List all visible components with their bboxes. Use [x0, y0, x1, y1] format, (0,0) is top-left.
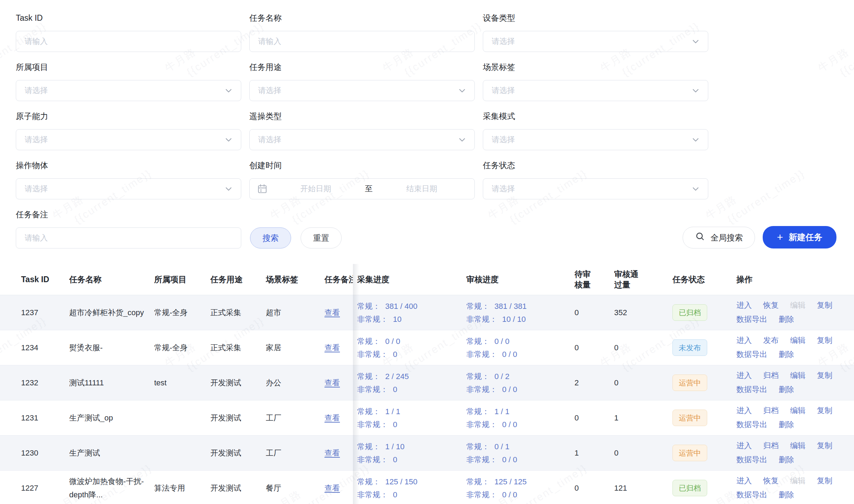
action-enter[interactable]: 进入 — [736, 371, 752, 380]
action-enter[interactable]: 进入 — [736, 441, 752, 450]
project-select[interactable]: 请选择 — [16, 80, 241, 101]
filter-label: 场景标签 — [483, 62, 708, 72]
regular-value: 2 / 245 — [385, 372, 409, 381]
action-delete[interactable]: 删除 — [779, 490, 794, 499]
global-search-button[interactable]: 全局搜索 — [683, 227, 755, 248]
task-table: Task ID 任务名称 所属项目 任务用途 场景标签 任务备注 采集进度 审核… — [0, 264, 854, 504]
reset-button[interactable]: 重置 — [301, 227, 342, 248]
cell-scene: 工厂 — [266, 446, 324, 460]
task-name-input[interactable]: 请输入 — [249, 31, 475, 52]
action-edit[interactable]: 编辑 — [790, 406, 806, 415]
atomic-ability-select[interactable]: 请选择 — [16, 129, 241, 150]
remark-input[interactable]: 请输入 — [16, 227, 241, 248]
action-enter[interactable]: 进入 — [736, 301, 752, 310]
collect-mode-select[interactable]: 请选择 — [483, 129, 708, 150]
cell-task-id: 1234 — [0, 341, 69, 354]
filter-field-atomic-ability: 原子能力 请选择 — [16, 111, 241, 150]
filter-label: 任务名称 — [249, 13, 475, 23]
irregular-label: 非常规： — [466, 315, 497, 324]
cell-pending: 1 — [574, 446, 614, 460]
action-copy[interactable]: 复制 — [817, 476, 832, 485]
regular-value: 0 / 2 — [494, 372, 510, 381]
filter-panel: Task ID 请输入 任务名称 请输入 设备类型 请选择 所属项目 请选择 — [0, 0, 854, 248]
cell-pending: 0 — [574, 306, 614, 319]
header-project: 所属项目 — [154, 274, 210, 285]
action-copy[interactable]: 复制 — [817, 336, 832, 345]
cell-status: 运营中 — [672, 445, 736, 461]
cell-task-id: 1231 — [0, 411, 69, 425]
action-enter[interactable]: 进入 — [736, 476, 752, 485]
action-enter[interactable]: 进入 — [736, 336, 752, 345]
action-restore[interactable]: 恢复 — [763, 301, 779, 310]
action-export[interactable]: 数据导出 — [736, 315, 767, 324]
scene-tag-select[interactable]: 请选择 — [483, 80, 708, 101]
chevron-down-icon — [224, 184, 233, 193]
action-archive[interactable]: 归档 — [763, 371, 779, 380]
operate-object-select[interactable]: 请选择 — [16, 178, 241, 199]
purpose-select[interactable]: 请选择 — [249, 80, 475, 101]
search-button[interactable]: 搜索 — [250, 227, 291, 248]
cell-purpose: 开发测试 — [210, 482, 266, 495]
teleop-type-select[interactable]: 请选择 — [249, 129, 475, 150]
view-remark-link[interactable]: 查看 — [324, 343, 340, 352]
view-remark-link[interactable]: 查看 — [324, 378, 340, 387]
filter-label: 设备类型 — [483, 13, 708, 23]
action-export[interactable]: 数据导出 — [736, 420, 767, 429]
view-remark-link[interactable]: 查看 — [324, 308, 340, 317]
irregular-value: 0 — [393, 420, 397, 429]
action-archive[interactable]: 归档 — [763, 441, 779, 450]
action-edit: 编辑 — [790, 476, 806, 485]
action-export[interactable]: 数据导出 — [736, 490, 767, 499]
table-row: 1230 生产测试 开发测试 工厂 查看 常规：1 / 10 非常规：0 常规：… — [0, 436, 854, 471]
create-task-button[interactable]: + 新建任务 — [763, 226, 836, 248]
task-status-select[interactable]: 请选择 — [483, 178, 708, 199]
start-date-placeholder[interactable]: 开始日期 — [270, 184, 361, 194]
cell-project: test — [154, 376, 210, 390]
filter-label: 任务备注 — [16, 209, 241, 220]
view-remark-link[interactable]: 查看 — [324, 484, 340, 492]
cell-project: 算法专用 — [154, 482, 210, 495]
filter-actions: 搜索 重置 — [250, 227, 342, 248]
action-delete[interactable]: 删除 — [779, 385, 794, 394]
cell-review-progress: 常规：125 / 125 非常规：0 / 0 — [466, 475, 574, 501]
placeholder: 请选择 — [492, 134, 515, 145]
end-date-placeholder[interactable]: 结束日期 — [376, 184, 467, 194]
irregular-label: 非常规： — [466, 350, 497, 359]
view-remark-link[interactable]: 查看 — [324, 413, 340, 422]
regular-label: 常规： — [357, 477, 380, 486]
action-restore[interactable]: 恢复 — [763, 476, 779, 485]
task-id-input[interactable]: 请输入 — [16, 31, 241, 52]
date-range-picker[interactable]: 开始日期 至 结束日期 — [249, 178, 475, 199]
filter-label: 任务状态 — [483, 160, 708, 171]
cell-status: 运营中 — [672, 374, 736, 391]
cell-status: 未发布 — [672, 339, 736, 356]
action-copy[interactable]: 复制 — [817, 371, 832, 380]
cell-actions: 进入 恢复 编辑 复制 数据导出 删除 — [736, 299, 854, 327]
action-edit[interactable]: 编辑 — [790, 441, 806, 450]
header-name: 任务名称 — [69, 274, 154, 285]
action-publish[interactable]: 发布 — [763, 336, 779, 345]
action-edit: 编辑 — [790, 301, 806, 310]
action-export[interactable]: 数据导出 — [736, 455, 767, 464]
cell-task-id: 1230 — [0, 446, 69, 460]
cell-review-progress: 常规：0 / 0 非常规：0 / 0 — [466, 335, 574, 361]
action-edit[interactable]: 编辑 — [790, 371, 806, 380]
action-enter[interactable]: 进入 — [736, 406, 752, 415]
cell-pending: 0 — [574, 411, 614, 425]
action-delete[interactable]: 删除 — [779, 455, 794, 464]
action-copy[interactable]: 复制 — [817, 301, 832, 310]
cell-pending: 2 — [574, 376, 614, 390]
action-delete[interactable]: 删除 — [779, 315, 794, 324]
action-delete[interactable]: 删除 — [779, 420, 794, 429]
action-delete[interactable]: 删除 — [779, 350, 794, 359]
device-type-select[interactable]: 请选择 — [483, 31, 708, 52]
action-copy[interactable]: 复制 — [817, 441, 832, 450]
view-remark-link[interactable]: 查看 — [324, 449, 340, 457]
cell-actions: 进入 归档 编辑 复制 数据导出 删除 — [736, 369, 854, 397]
action-export[interactable]: 数据导出 — [736, 350, 767, 359]
action-copy[interactable]: 复制 — [817, 406, 832, 415]
action-edit[interactable]: 编辑 — [790, 336, 806, 345]
header-remark: 任务备注 — [324, 274, 353, 285]
action-export[interactable]: 数据导出 — [736, 385, 767, 394]
action-archive[interactable]: 归档 — [763, 406, 779, 415]
